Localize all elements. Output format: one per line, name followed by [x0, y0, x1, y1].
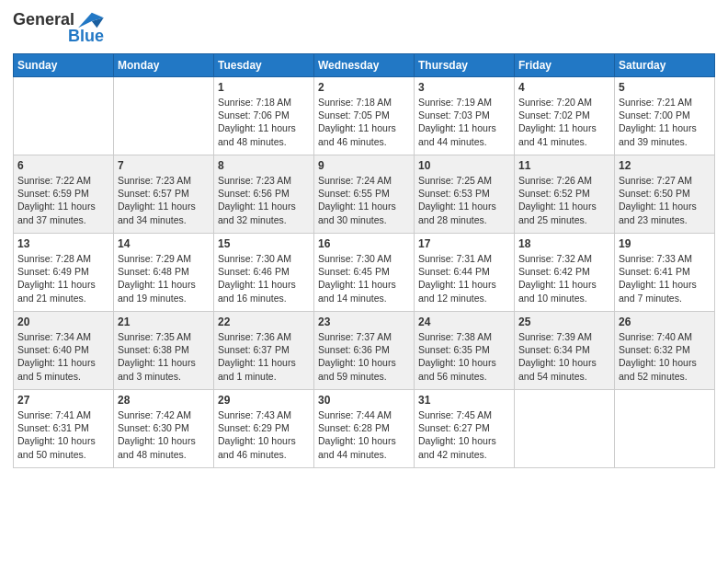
sunset-text: Sunset: 6:35 PM [418, 343, 510, 356]
day-number: 15 [218, 236, 310, 251]
calendar-header-sunday: Sunday [14, 53, 114, 76]
sunrise-text: Sunrise: 7:18 AM [318, 96, 410, 109]
day-number: 1 [218, 80, 310, 95]
daylight-text: Daylight: 10 hours and 48 minutes. [118, 434, 210, 460]
sunrise-text: Sunrise: 7:19 AM [418, 96, 510, 109]
sunrise-text: Sunrise: 7:42 AM [118, 408, 210, 421]
calendar-week-row: 6Sunrise: 7:22 AMSunset: 6:59 PMDaylight… [14, 155, 715, 233]
daylight-text: Daylight: 11 hours and 30 minutes. [318, 200, 410, 225]
calendar-cell: 13Sunrise: 7:28 AMSunset: 6:49 PMDayligh… [14, 233, 114, 311]
sunrise-text: Sunrise: 7:28 AM [17, 252, 109, 265]
sunrise-text: Sunrise: 7:29 AM [118, 252, 210, 265]
calendar-cell: 31Sunrise: 7:45 AMSunset: 6:27 PMDayligh… [415, 389, 515, 467]
day-number: 11 [518, 158, 610, 173]
sunset-text: Sunset: 6:38 PM [118, 343, 210, 356]
day-number: 4 [518, 80, 610, 95]
page: General Blue SundayMondayTuesdayWednesda… [0, 0, 728, 563]
sunrise-text: Sunrise: 7:33 AM [619, 252, 711, 265]
sunrise-text: Sunrise: 7:36 AM [218, 330, 310, 343]
calendar-header-row: SundayMondayTuesdayWednesdayThursdayFrid… [14, 53, 715, 76]
daylight-text: Daylight: 10 hours and 56 minutes. [418, 356, 510, 382]
sunset-text: Sunset: 6:53 PM [418, 187, 510, 200]
daylight-text: Daylight: 11 hours and 14 minutes. [318, 278, 410, 304]
header: General Blue [13, 9, 715, 46]
sunset-text: Sunset: 6:32 PM [619, 343, 711, 356]
logo-blue-text: Blue [68, 28, 104, 46]
sunset-text: Sunset: 6:50 PM [619, 187, 711, 200]
sunrise-text: Sunrise: 7:20 AM [518, 96, 610, 109]
sunrise-text: Sunrise: 7:34 AM [17, 330, 109, 343]
sunrise-text: Sunrise: 7:40 AM [619, 330, 711, 343]
day-number: 17 [418, 236, 510, 251]
calendar-cell: 16Sunrise: 7:30 AMSunset: 6:45 PMDayligh… [314, 233, 415, 311]
daylight-text: Daylight: 11 hours and 12 minutes. [418, 278, 510, 304]
sunrise-text: Sunrise: 7:43 AM [218, 408, 310, 421]
sunset-text: Sunset: 6:45 PM [318, 265, 410, 278]
sunset-text: Sunset: 6:49 PM [17, 265, 109, 278]
daylight-text: Daylight: 11 hours and 28 minutes. [418, 200, 510, 225]
daylight-text: Daylight: 10 hours and 44 minutes. [318, 434, 410, 460]
calendar-cell: 24Sunrise: 7:38 AMSunset: 6:35 PMDayligh… [415, 311, 515, 389]
daylight-text: Daylight: 11 hours and 39 minutes. [619, 121, 711, 147]
sunset-text: Sunset: 6:59 PM [17, 187, 109, 200]
day-number: 3 [418, 80, 510, 95]
calendar-header-thursday: Thursday [415, 53, 515, 76]
sunrise-text: Sunrise: 7:44 AM [318, 408, 410, 421]
calendar-cell: 30Sunrise: 7:44 AMSunset: 6:28 PMDayligh… [314, 389, 415, 467]
sunset-text: Sunset: 6:52 PM [518, 187, 610, 200]
day-number: 6 [17, 158, 109, 173]
sunset-text: Sunset: 6:57 PM [118, 187, 210, 200]
calendar-table: SundayMondayTuesdayWednesdayThursdayFrid… [13, 53, 715, 468]
daylight-text: Daylight: 11 hours and 16 minutes. [218, 278, 310, 304]
day-number: 28 [118, 393, 210, 408]
day-number: 14 [118, 236, 210, 251]
sunrise-text: Sunrise: 7:31 AM [418, 252, 510, 265]
day-number: 2 [318, 80, 410, 95]
daylight-text: Daylight: 11 hours and 10 minutes. [518, 278, 610, 304]
sunrise-text: Sunrise: 7:30 AM [218, 252, 310, 265]
daylight-text: Daylight: 11 hours and 48 minutes. [218, 121, 310, 147]
sunset-text: Sunset: 6:30 PM [118, 421, 210, 434]
calendar-cell: 29Sunrise: 7:43 AMSunset: 6:29 PMDayligh… [214, 389, 314, 467]
daylight-text: Daylight: 11 hours and 1 minute. [218, 356, 310, 382]
calendar-cell: 11Sunrise: 7:26 AMSunset: 6:52 PMDayligh… [515, 155, 615, 233]
calendar-cell [515, 389, 615, 467]
day-number: 24 [418, 315, 510, 329]
sunrise-text: Sunrise: 7:45 AM [418, 408, 510, 421]
sunset-text: Sunset: 6:36 PM [318, 343, 410, 356]
sunset-text: Sunset: 6:27 PM [418, 421, 510, 434]
calendar-cell: 22Sunrise: 7:36 AMSunset: 6:37 PMDayligh… [214, 311, 314, 389]
calendar-cell: 2Sunrise: 7:18 AMSunset: 7:05 PMDaylight… [314, 76, 415, 155]
calendar-header-wednesday: Wednesday [314, 53, 415, 76]
calendar-cell: 26Sunrise: 7:40 AMSunset: 6:32 PMDayligh… [615, 311, 715, 389]
sunset-text: Sunset: 6:28 PM [318, 421, 410, 434]
daylight-text: Daylight: 10 hours and 46 minutes. [218, 434, 310, 460]
sunrise-text: Sunrise: 7:39 AM [518, 330, 610, 343]
daylight-text: Daylight: 10 hours and 52 minutes. [619, 356, 711, 382]
day-number: 9 [318, 158, 410, 173]
sunset-text: Sunset: 7:00 PM [619, 109, 711, 121]
calendar-cell: 4Sunrise: 7:20 AMSunset: 7:02 PMDaylight… [515, 76, 615, 155]
day-number: 23 [318, 315, 410, 329]
calendar-cell: 15Sunrise: 7:30 AMSunset: 6:46 PMDayligh… [214, 233, 314, 311]
calendar-cell: 1Sunrise: 7:18 AMSunset: 7:06 PMDaylight… [214, 76, 314, 155]
daylight-text: Daylight: 11 hours and 37 minutes. [17, 200, 109, 225]
daylight-text: Daylight: 10 hours and 59 minutes. [318, 356, 410, 382]
calendar-week-row: 27Sunrise: 7:41 AMSunset: 6:31 PMDayligh… [14, 389, 715, 467]
logo-text: General [13, 11, 74, 29]
day-number: 8 [218, 158, 310, 173]
day-number: 10 [418, 158, 510, 173]
sunset-text: Sunset: 7:02 PM [518, 109, 610, 121]
calendar-cell: 19Sunrise: 7:33 AMSunset: 6:41 PMDayligh… [615, 233, 715, 311]
calendar-cell: 28Sunrise: 7:42 AMSunset: 6:30 PMDayligh… [114, 389, 214, 467]
sunrise-text: Sunrise: 7:23 AM [218, 174, 310, 187]
sunset-text: Sunset: 7:03 PM [418, 109, 510, 121]
daylight-text: Daylight: 11 hours and 19 minutes. [118, 278, 210, 304]
sunrise-text: Sunrise: 7:26 AM [518, 174, 610, 187]
sunrise-text: Sunrise: 7:25 AM [418, 174, 510, 187]
sunrise-text: Sunrise: 7:21 AM [619, 96, 711, 109]
sunrise-text: Sunrise: 7:32 AM [518, 252, 610, 265]
calendar-cell [114, 76, 214, 155]
calendar-cell: 6Sunrise: 7:22 AMSunset: 6:59 PMDaylight… [14, 155, 114, 233]
daylight-text: Daylight: 11 hours and 44 minutes. [418, 121, 510, 147]
